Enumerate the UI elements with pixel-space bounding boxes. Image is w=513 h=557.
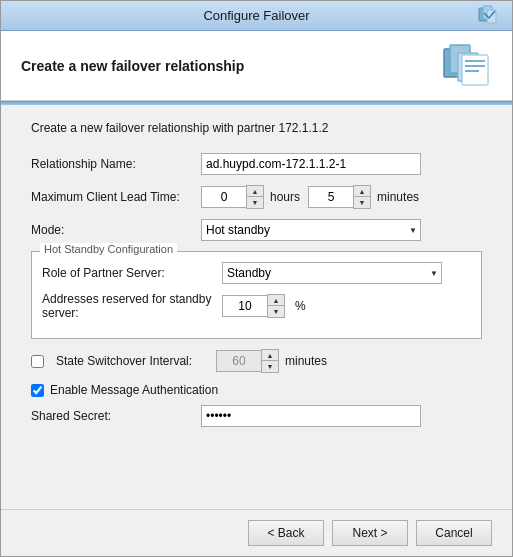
minutes-spin-up[interactable]: ▲ — [354, 186, 370, 197]
cancel-button[interactable]: Cancel — [416, 520, 492, 546]
state-switchover-label: State Switchover Interval: — [56, 354, 216, 368]
switchover-spin-up[interactable]: ▲ — [262, 350, 278, 361]
relationship-name-label: Relationship Name: — [31, 157, 201, 171]
addresses-reserved-row: Addresses reserved for standby server: ▲… — [42, 292, 471, 320]
configure-failover-window: Configure Failover Create a new failover… — [0, 0, 513, 557]
group-content: Role of Partner Server: Standby Primary … — [42, 262, 471, 320]
addresses-reserved-label: Addresses reserved for standby server: — [42, 292, 222, 320]
hours-spin-down[interactable]: ▼ — [247, 197, 263, 208]
next-button[interactable]: Next > — [332, 520, 408, 546]
addresses-spin-down[interactable]: ▼ — [268, 306, 284, 317]
max-client-lead-time-label: Maximum Client Lead Time: — [31, 190, 201, 204]
svg-rect-6 — [462, 55, 488, 85]
state-switchover-row: State Switchover Interval: ▲ ▼ minutes — [31, 349, 482, 373]
relationship-name-row: Relationship Name: — [31, 153, 482, 175]
state-switchover-checkbox-container — [31, 355, 50, 368]
addresses-spin-up[interactable]: ▲ — [268, 295, 284, 306]
mode-select-wrapper: Hot standby Load balancing — [201, 219, 421, 241]
percent-label: % — [295, 299, 306, 313]
enable-message-auth-row: Enable Message Authentication — [31, 383, 482, 397]
state-switchover-checkbox[interactable] — [31, 355, 44, 368]
switchover-unit-label: minutes — [285, 354, 327, 368]
hours-spin-up[interactable]: ▲ — [247, 186, 263, 197]
hours-spin-buttons: ▲ ▼ — [246, 185, 264, 209]
hot-standby-group: Hot Standby Configuration Role of Partne… — [31, 251, 482, 339]
enable-message-auth-label: Enable Message Authentication — [50, 383, 218, 397]
switchover-spin-down[interactable]: ▼ — [262, 361, 278, 372]
mode-label: Mode: — [31, 223, 201, 237]
shared-secret-row: Shared Secret: — [31, 405, 482, 427]
addresses-spinbox: ▲ ▼ — [222, 294, 285, 318]
max-client-lead-time-row: Maximum Client Lead Time: ▲ ▼ hours ▲ ▼ — [31, 185, 482, 209]
shared-secret-label: Shared Secret: — [31, 409, 201, 423]
switchover-spin-buttons: ▲ ▼ — [261, 349, 279, 373]
minutes-unit-label: minutes — [377, 190, 419, 204]
footer: < Back Next > Cancel — [1, 509, 512, 556]
header-section: Create a new failover relationship — [1, 31, 512, 101]
addresses-spin-buttons: ▲ ▼ — [267, 294, 285, 318]
title-bar: Configure Failover — [1, 1, 512, 31]
minutes-spin-down[interactable]: ▼ — [354, 197, 370, 208]
minutes-spin-buttons: ▲ ▼ — [353, 185, 371, 209]
role-partner-row: Role of Partner Server: Standby Primary — [42, 262, 471, 284]
info-text: Create a new failover relationship with … — [31, 121, 482, 135]
group-box-legend: Hot Standby Configuration — [40, 243, 177, 255]
switchover-spinbox: ▲ ▼ — [216, 349, 279, 373]
addresses-input[interactable] — [222, 295, 267, 317]
hours-input[interactable] — [201, 186, 246, 208]
role-select[interactable]: Standby Primary — [222, 262, 442, 284]
form-section: Create a new failover relationship with … — [1, 105, 512, 509]
hours-spinbox: ▲ ▼ — [201, 185, 264, 209]
role-partner-label: Role of Partner Server: — [42, 266, 222, 280]
shared-secret-input[interactable] — [201, 405, 421, 427]
content-area: Create a new failover relationship Creat… — [1, 31, 512, 556]
relationship-name-input[interactable] — [201, 153, 421, 175]
page-title: Create a new failover relationship — [21, 58, 244, 74]
hours-unit-label: hours — [270, 190, 300, 204]
window-title: Configure Failover — [203, 8, 309, 23]
enable-message-auth-checkbox[interactable] — [31, 384, 44, 397]
switchover-input[interactable] — [216, 350, 261, 372]
back-button[interactable]: < Back — [248, 520, 324, 546]
title-icon — [478, 5, 500, 27]
role-select-wrapper: Standby Primary — [222, 262, 442, 284]
minutes-spinbox: ▲ ▼ — [308, 185, 371, 209]
mode-row: Mode: Hot standby Load balancing — [31, 219, 482, 241]
header-icon — [442, 43, 492, 88]
mode-select[interactable]: Hot standby Load balancing — [201, 219, 421, 241]
minutes-input[interactable] — [308, 186, 353, 208]
